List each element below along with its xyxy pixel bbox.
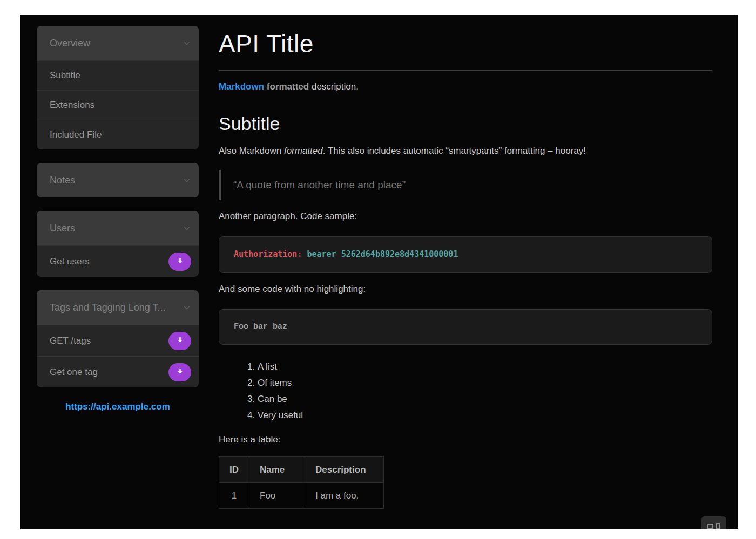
title-divider — [219, 70, 712, 71]
plain-code-label: And some code with no highlighting: — [219, 283, 712, 295]
code-keyword: Authorization — [234, 249, 297, 259]
sidebar-header-users[interactable]: Users — [37, 211, 199, 245]
table-label: Here is a table: — [219, 433, 712, 446]
description-bold-text: formatted — [267, 81, 309, 92]
sidebar-item-get-one-tag[interactable]: Get one tag — [37, 356, 199, 387]
data-table: ID Name Description 1 Foo I am a foo. — [219, 456, 384, 509]
sidebar-item-label: Get one tag — [50, 367, 98, 378]
api-host-link[interactable]: https://api.example.com — [37, 401, 199, 412]
sidebar-header-tags[interactable]: Tags and Tagging Long T... — [37, 290, 199, 325]
sidebar-group-tags: Tags and Tagging Long T... GET /tags Get… — [37, 290, 199, 387]
api-description: Markdown formatted description. — [219, 80, 712, 93]
main-content: API Title Markdown formatted description… — [219, 15, 712, 509]
sidebar-group-users: Users Get users — [37, 211, 199, 277]
sidebar-item-get-tags[interactable]: GET /tags — [37, 325, 199, 356]
overlapping-squares-icon — [716, 523, 720, 529]
sidebar-item-label: GET /tags — [50, 336, 91, 346]
markdown-link[interactable]: Markdown — [219, 81, 264, 92]
italic-text: formatted — [284, 146, 323, 156]
sidebar-item-get-users[interactable]: Get users — [37, 245, 199, 277]
chevron-down-icon — [183, 303, 191, 312]
table-header-description: Description — [305, 457, 384, 483]
sidebar-header-label: Overview — [50, 38, 180, 49]
sidebar-group-overview: Overview Subtitle Extensions Included Fi… — [37, 26, 199, 149]
table-cell-id: 1 — [219, 483, 249, 509]
arrow-down-icon — [176, 367, 184, 377]
table-header-id: ID — [219, 457, 249, 483]
markdown-paragraph: Also Markdown formatted. This also inclu… — [219, 145, 712, 157]
code-value: bearer 5262d64b892e8d4341000001 — [307, 249, 458, 259]
corner-overlay-widget[interactable] — [701, 516, 726, 529]
table-row: 1 Foo I am a foo. — [219, 483, 384, 509]
chevron-down-icon — [183, 224, 191, 233]
app-window: Overview Subtitle Extensions Included Fi… — [20, 15, 738, 529]
get-tags-action-button[interactable] — [168, 332, 191, 350]
code-sample-label: Another paragraph. Code sample: — [219, 210, 712, 222]
get-one-tag-action-button[interactable] — [168, 363, 191, 381]
sidebar-group-notes: Notes — [37, 163, 199, 197]
overlapping-squares-icon — [707, 524, 713, 529]
arrow-down-icon — [176, 257, 184, 267]
get-users-action-button[interactable] — [168, 253, 191, 271]
sidebar-item-label: Extensions — [50, 100, 94, 111]
table-cell-description: I am a foo. — [305, 483, 384, 509]
table-cell-name: Foo — [249, 483, 305, 509]
code-separator: : — [297, 249, 307, 259]
blockquote: “A quote from another time and place” — [219, 170, 712, 200]
chevron-down-icon — [183, 176, 191, 185]
table-header-row: ID Name Description — [219, 457, 384, 483]
ordered-list: A list Of items Can be Very useful — [219, 359, 712, 424]
sidebar-item-label: Included File — [50, 129, 102, 140]
list-item: A list — [258, 359, 712, 375]
section-heading-subtitle: Subtitle — [219, 112, 712, 135]
sidebar-item-label: Subtitle — [50, 70, 80, 81]
sidebar-header-label: Tags and Tagging Long T... — [50, 302, 180, 313]
sidebar-item-extensions[interactable]: Extensions — [37, 90, 199, 120]
sidebar-header-notes[interactable]: Notes — [37, 163, 199, 197]
list-item: Can be — [258, 391, 712, 407]
page-title: API Title — [219, 29, 712, 58]
sidebar-item-subtitle[interactable]: Subtitle — [37, 60, 199, 90]
sidebar-header-overview[interactable]: Overview — [37, 26, 199, 60]
table-header-name: Name — [249, 457, 305, 483]
sidebar-header-label: Users — [50, 223, 180, 234]
sidebar-item-included-file[interactable]: Included File — [37, 120, 199, 149]
chevron-down-icon — [183, 39, 191, 47]
list-item: Very useful — [258, 407, 712, 424]
sidebar-item-label: Get users — [50, 256, 90, 267]
list-item: Of items — [258, 375, 712, 391]
description-text: description. — [312, 81, 359, 92]
highlighted-code-block: Authorization: bearer 5262d64b892e8d4341… — [219, 236, 712, 273]
arrow-down-icon — [176, 336, 184, 346]
plain-code-block: Foo bar baz — [219, 309, 712, 345]
sidebar: Overview Subtitle Extensions Included Fi… — [37, 26, 199, 412]
sidebar-header-label: Notes — [50, 175, 180, 186]
